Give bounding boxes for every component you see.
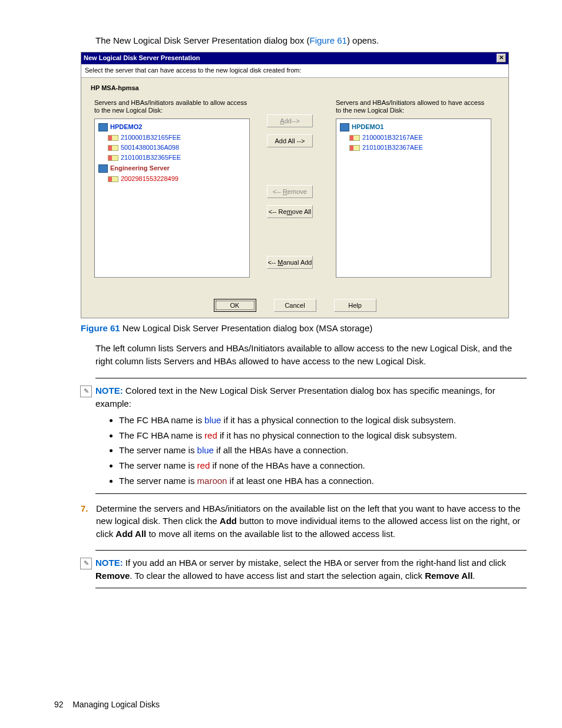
close-icon[interactable]: ✕ — [497, 54, 506, 62]
dialog-titlebar: New Logical Disk Server Presentation ✕ — [81, 52, 508, 64]
allowed-caption: Servers and HBAs/Initiators allowed to h… — [325, 97, 496, 118]
server-row[interactable]: HPDEMO1 — [340, 123, 487, 132]
dialog-columns: Servers and HBAs/Initiators available to… — [81, 97, 508, 282]
hba-label: 2002981553228499 — [121, 174, 178, 184]
color-meaning-list: The FC HBA name is blue if it has a phys… — [119, 414, 527, 487]
allowed-listbox[interactable]: HPDEMO1 2100001B32167AEE 2101001B32367AE… — [336, 118, 491, 278]
cancel-button[interactable]: Cancel — [274, 299, 316, 312]
transfer-buttons-column: Add--> Add All --> <-- Remove <-- Remove… — [254, 97, 325, 282]
note-icon — [80, 386, 92, 397]
figure-label: Figure 61 — [81, 323, 120, 333]
hba-icon — [108, 135, 118, 141]
note-label: NOTE: — [95, 558, 123, 568]
page-number: 92 — [54, 700, 64, 709]
help-button[interactable]: Help — [334, 299, 376, 312]
remove-button[interactable]: <-- Remove — [267, 185, 313, 198]
hba-icon — [349, 145, 360, 151]
available-listbox[interactable]: HPDEMO2 2100001B32165FEE 500143800136A09… — [94, 118, 250, 278]
hba-row[interactable]: 500143800136A098 — [108, 143, 246, 153]
note-block-2: NOTE: If you add an HBA or server by mis… — [95, 556, 527, 582]
hba-row[interactable]: 2101001B32365FEE — [108, 153, 246, 163]
figure-caption: Figure 61 New Logical Disk Server Presen… — [81, 322, 527, 335]
hba-icon — [349, 135, 360, 141]
server-row[interactable]: HPDEMO2 — [98, 123, 246, 132]
hba-label: 500143800136A098 — [121, 143, 179, 153]
divider — [95, 550, 527, 551]
intro-post: ) opens. — [347, 35, 379, 45]
server-row[interactable]: Engineering Server — [98, 164, 246, 173]
available-column: Servers and HBAs/Initiators available to… — [84, 97, 254, 282]
hba-row[interactable]: 2101001B32367AEE — [349, 143, 487, 153]
list-item: The server name is blue if all the HBAs … — [119, 444, 527, 457]
divider — [95, 378, 527, 378]
server-label: HPDEMO2 — [110, 123, 142, 132]
ok-button[interactable]: OK — [214, 299, 256, 312]
dialog-title-text: New Logical Disk Server Presentation — [84, 54, 200, 63]
hba-icon — [108, 176, 118, 182]
hba-label: 2100001B32165FEE — [121, 133, 181, 143]
manual-add-button[interactable]: <-- Manual Add — [267, 256, 313, 269]
hba-label: 2101001B32367AEE — [362, 143, 423, 153]
document-page: The New Logical Disk Server Presentation… — [0, 0, 562, 728]
hba-icon — [108, 155, 118, 161]
figure-caption-text: New Logical Disk Server Presentation dia… — [120, 323, 373, 333]
add-all-button[interactable]: Add All --> — [267, 134, 313, 147]
note-text: Colored text in the New Logical Disk Ser… — [95, 386, 495, 409]
step-7: 7. Determine the servers and HBAs/initia… — [81, 502, 527, 541]
intro-line: The New Logical Disk Server Presentation… — [95, 34, 527, 47]
available-caption: Servers and HBAs/Initiators available to… — [84, 97, 254, 118]
hba-label: 2101001B32365FEE — [121, 153, 181, 163]
divider — [95, 588, 527, 588]
note-label: NOTE: — [95, 386, 123, 396]
intro-pre: The New Logical Disk Server Presentation… — [95, 35, 310, 45]
list-item: The server name is red if none of the HB… — [119, 459, 527, 472]
hba-row[interactable]: 2100001B32167AEE — [349, 133, 487, 143]
page-footer: 92 Managing Logical Disks — [54, 699, 160, 710]
divider — [95, 493, 527, 494]
column-explanation: The left column lists Servers and HBAs/I… — [95, 342, 527, 368]
server-icon — [340, 123, 349, 131]
step-number: 7. — [81, 502, 88, 515]
allowed-column: Servers and HBAs/Initiators allowed to h… — [325, 97, 496, 282]
add-button[interactable]: Add--> — [267, 114, 313, 127]
note-icon — [80, 558, 92, 569]
figure-ref[interactable]: Figure 61 — [310, 35, 347, 45]
hba-row[interactable]: 2100001B32165FEE — [108, 133, 246, 143]
list-item: The server name is maroon if at least on… — [119, 475, 527, 487]
server-icon — [98, 164, 108, 173]
dialog-footer: OK Cancel Help — [81, 281, 508, 318]
dialog-device-name: HP MSA-hpmsa — [81, 78, 508, 97]
server-label: HPDEMO1 — [352, 123, 384, 132]
section-title: Managing Logical Disks — [72, 700, 160, 709]
dialog-screenshot: New Logical Disk Server Presentation ✕ S… — [81, 52, 509, 318]
dialog-instruction: Select the server that can have access t… — [81, 64, 508, 78]
hba-label: 2100001B32167AEE — [362, 133, 423, 143]
remove-all-button[interactable]: <-- Remove All — [267, 205, 313, 218]
note-block-1: NOTE: Colored text in the New Logical Di… — [95, 384, 527, 410]
list-item: The FC HBA name is red if it has no phys… — [119, 429, 527, 442]
hba-row[interactable]: 2002981553228499 — [108, 174, 246, 184]
server-icon — [98, 123, 108, 131]
list-item: The FC HBA name is blue if it has a phys… — [119, 414, 527, 427]
hba-icon — [108, 145, 118, 151]
server-label: Engineering Server — [110, 164, 170, 173]
